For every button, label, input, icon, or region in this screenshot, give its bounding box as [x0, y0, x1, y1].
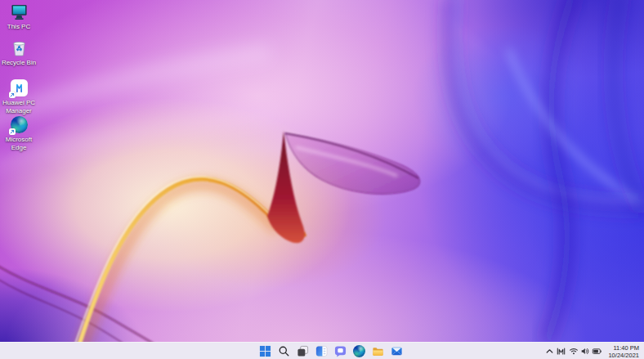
widgets-button[interactable] [312, 343, 331, 359]
desktop-wallpaper [0, 0, 644, 342]
chevron-up-icon [545, 347, 554, 356]
desktop-icon-recycle-bin[interactable]: Recycle Bin [0, 38, 38, 67]
desktop-icon-pc-manager[interactable]: Huawei PC Manager [0, 79, 38, 114]
edge-icon [10, 115, 29, 134]
file-explorer-button[interactable] [369, 343, 387, 359]
pc-manager-icon [10, 79, 29, 97]
widgets-icon [315, 345, 328, 357]
recycle-bin-icon [10, 38, 29, 57]
edge-icon [353, 345, 365, 357]
system-tray: 11:40 PM 10/24/2021 [544, 343, 642, 359]
wallpaper-swirl-art [0, 0, 644, 342]
desktop-icon-label: Recycle Bin [0, 59, 38, 67]
taskbar-clock[interactable]: 11:40 PM 10/24/2021 [605, 343, 642, 359]
clock-time: 11:40 PM [613, 344, 639, 352]
shortcut-arrow-icon [9, 92, 16, 98]
desktop-icon-label: This PC [0, 23, 38, 31]
taskbar-app-buttons [256, 343, 406, 359]
task-view-icon [297, 345, 309, 357]
mail-icon [391, 345, 403, 357]
clock-date: 10/24/2021 [608, 352, 639, 359]
windows-11-desktop: This PC Recycle Bin [0, 0, 644, 359]
quick-settings-button[interactable] [567, 347, 604, 356]
shortcut-arrow-icon [9, 128, 16, 135]
edge-button[interactable] [350, 343, 369, 359]
pc-manager-m-icon [557, 347, 566, 356]
show-hidden-icons-button[interactable] [544, 343, 555, 359]
start-button[interactable] [256, 343, 275, 359]
chat-icon [334, 345, 347, 357]
taskbar: 11:40 PM 10/24/2021 [0, 342, 644, 359]
task-view-button[interactable] [293, 343, 312, 359]
windows-logo-icon [259, 345, 271, 357]
desktop-icon-label: Huawei PC Manager [0, 99, 38, 114]
folder-icon [372, 345, 384, 357]
battery-icon [592, 347, 602, 356]
desktop-icon-microsoft-edge[interactable]: Microsoft Edge [0, 115, 38, 151]
volume-icon [580, 347, 590, 356]
search-icon [278, 345, 290, 357]
chat-button[interactable] [331, 343, 350, 359]
mail-button[interactable] [387, 343, 406, 359]
search-button[interactable] [275, 343, 293, 359]
wifi-icon [569, 347, 579, 356]
desktop-icon-label: Microsoft Edge [0, 136, 38, 151]
desktop-icon-this-pc[interactable]: This PC [0, 2, 38, 31]
pc-manager-tray-icon[interactable] [556, 343, 566, 359]
this-pc-icon [10, 2, 29, 21]
